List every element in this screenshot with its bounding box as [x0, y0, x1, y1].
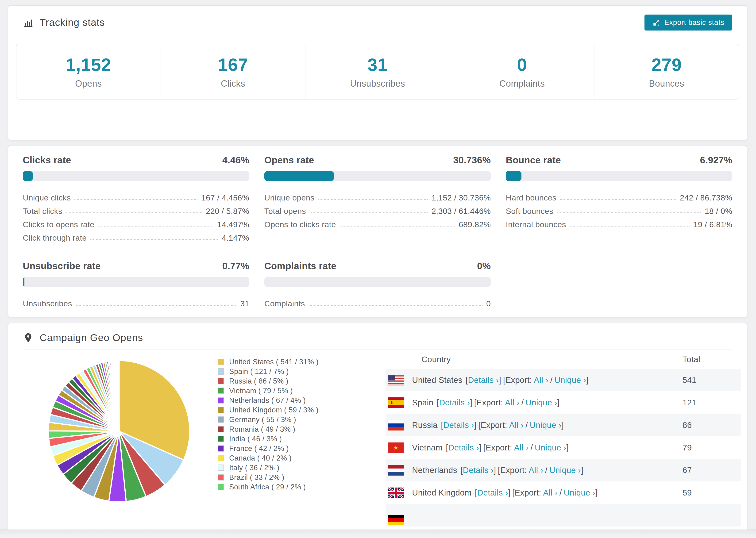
- bounces-count: 279: [652, 54, 682, 75]
- rate-row: Soft bounces18 / 0%: [506, 203, 732, 217]
- bounce-rate-progressbar: [506, 171, 732, 181]
- germany-flag-icon: [388, 515, 404, 525]
- unsubscribes-count: 31: [367, 54, 388, 75]
- total-value: 59: [682, 488, 692, 497]
- complaints-rate-value: 0%: [477, 261, 491, 271]
- complaints-rate-title: Complaints rate: [264, 261, 337, 271]
- opens-rate-title: Opens rate: [264, 155, 314, 166]
- rate-row: Hard bounces242 / 86.738%: [506, 190, 732, 203]
- map-pin-icon: [23, 332, 33, 343]
- vietnam-flag-icon: [388, 443, 404, 453]
- export-unique-link[interactable]: Unique ›: [564, 488, 595, 497]
- export-all-link[interactable]: All ›: [509, 420, 523, 430]
- legend-swatch: [218, 426, 224, 432]
- viewport-bottom-scroll-band: [0, 529, 756, 538]
- country-name: Netherlands: [412, 465, 457, 475]
- export-all-link[interactable]: All ›: [534, 375, 549, 385]
- export-basic-stats-button[interactable]: Export basic stats: [644, 15, 732, 30]
- geo-title: Campaign Geo Opens: [40, 332, 143, 344]
- country-name: Spain: [412, 398, 433, 407]
- opens-rate-value: 30.736%: [453, 155, 491, 166]
- export-unique-link[interactable]: Unique ›: [526, 398, 557, 407]
- legend-swatch: [218, 474, 224, 480]
- details-link[interactable]: Details ›: [448, 443, 479, 452]
- total-value: 79: [682, 443, 692, 452]
- dotted-leader: [309, 305, 482, 306]
- campaign-geo-opens-card: Campaign Geo Opens United States ( 541 /…: [8, 323, 747, 538]
- export-all-link[interactable]: All ›: [529, 465, 543, 475]
- total-value: 67: [682, 465, 692, 475]
- pie-legend: United States ( 541 / 31% ) Spain ( 121 …: [218, 357, 319, 492]
- legend-swatch: [218, 368, 224, 375]
- geo-header: Campaign Geo Opens: [8, 323, 747, 350]
- legend-item: Spain ( 121 / 7% ): [218, 367, 319, 376]
- legend-swatch: [218, 484, 224, 490]
- legend-item: Germany ( 55 / 3% ): [218, 415, 319, 424]
- export-all-link[interactable]: All ›: [543, 488, 558, 497]
- tracking-stats-title-wrap: Tracking stats: [23, 17, 105, 28]
- export-unique-link[interactable]: Unique ›: [549, 465, 581, 475]
- country-name: Russia: [412, 420, 438, 430]
- bounce-rate-value: 6.927%: [700, 155, 732, 166]
- table-row-spain: Spain [Details ›][Export:All ›/Unique ›]…: [386, 391, 741, 414]
- bounce-rate-title: Bounce rate: [506, 155, 561, 166]
- country-name: Vietnam: [412, 443, 443, 452]
- export-button-label: Export basic stats: [664, 18, 724, 27]
- legend-swatch: [218, 388, 224, 394]
- legend-item: India ( 46 / 3% ): [218, 434, 319, 444]
- legend-item: South Africa ( 29 / 2% ): [218, 482, 319, 492]
- details-link[interactable]: Details ›: [468, 375, 499, 385]
- dotted-leader: [98, 226, 213, 227]
- export-all-link[interactable]: All ›: [505, 398, 519, 407]
- rate-row: Internal bounces19 / 6.81%: [506, 217, 732, 230]
- export-unique-link[interactable]: Unique ›: [530, 420, 561, 430]
- legend-item: Russia ( 86 / 5% ): [218, 376, 319, 386]
- country-name: United Kingdom: [412, 488, 472, 497]
- legend-swatch: [218, 455, 224, 461]
- stat-unsubscribes: 31 Unsubscribes: [305, 44, 450, 99]
- legend-item: Brazil ( 33 / 2% ): [218, 472, 319, 482]
- rate-row: Total opens2,303 / 61.446%: [264, 203, 491, 217]
- complaints-label: Complaints: [499, 79, 545, 89]
- legend-item: Netherlands ( 67 / 4% ): [218, 396, 319, 405]
- rates-card: Clicks rate 4.46% Unique clicks167 / 4.4…: [8, 145, 747, 317]
- complaints-rate-progressbar: [264, 277, 491, 287]
- complaints-count: 0: [517, 54, 527, 75]
- export-icon: [652, 19, 661, 27]
- export-unique-link[interactable]: Unique ›: [555, 375, 586, 385]
- netherlands-flag-icon: [388, 465, 404, 476]
- rate-row: Unique clicks167 / 4.456%: [23, 190, 249, 203]
- export-unique-link[interactable]: Unique ›: [535, 443, 566, 452]
- legend-swatch: [218, 445, 224, 452]
- details-link[interactable]: Details ›: [443, 420, 474, 430]
- spain-flag-icon: [388, 398, 404, 408]
- opens-label: Opens: [75, 79, 102, 89]
- dotted-leader: [557, 212, 701, 213]
- legend-item: Romania ( 49 / 3% ): [218, 424, 319, 434]
- details-link[interactable]: Details ›: [439, 398, 470, 407]
- legend-item: United Kingdom ( 59 / 3% ): [218, 405, 319, 415]
- tracking-stats-header: Tracking stats Export basic stats: [8, 6, 747, 37]
- dotted-leader: [570, 226, 689, 227]
- details-link[interactable]: Details ›: [477, 488, 508, 497]
- bounces-label: Bounces: [649, 79, 684, 89]
- russia-flag-icon: [388, 420, 404, 430]
- table-row-united-kingdom: United Kingdom [Details ›][Export:All ›/…: [386, 481, 741, 504]
- table-row-vietnam: Vietnam [Details ›][Export:All ›/Unique …: [386, 436, 741, 459]
- stat-bounces: 279 Bounces: [594, 44, 739, 99]
- details-link[interactable]: Details ›: [463, 465, 494, 475]
- rate-row: Unique opens1,152 / 30.736%: [264, 190, 491, 203]
- dotted-leader: [75, 199, 197, 200]
- bounce-rate-panel: Bounce rate 6.927% Hard bounces242 / 86.…: [506, 155, 732, 243]
- export-all-link[interactable]: All ›: [514, 443, 529, 452]
- clicks-count: 167: [218, 54, 248, 75]
- rate-row: Click through rate4.147%: [23, 230, 249, 243]
- rate-row: Opens to clicks rate689.82%: [264, 217, 491, 230]
- dotted-leader: [90, 239, 218, 240]
- geo-opens-table: Country Total United States [Details ›][…: [386, 350, 741, 526]
- legend-swatch: [218, 378, 224, 384]
- opens-rate-panel: Opens rate 30.736% Unique opens1,152 / 3…: [264, 155, 491, 243]
- legend-swatch: [218, 436, 224, 442]
- country-name: United States: [412, 375, 462, 385]
- legend-swatch: [218, 397, 224, 404]
